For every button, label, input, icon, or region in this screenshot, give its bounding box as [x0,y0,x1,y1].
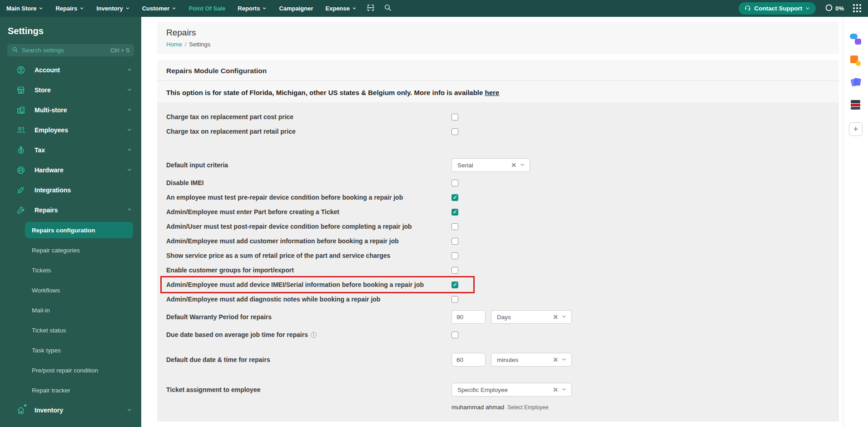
imei-serial-required-checkbox[interactable] [451,281,458,288]
customer-information-checkbox[interactable] [451,238,458,245]
breadcrumb-home-link[interactable]: Home [166,41,182,48]
setting-row-pre-repair-test: An employee must test pre-repair device … [166,190,830,205]
sidebar-item-multi-store[interactable]: Multi-store [0,100,141,120]
setting-row-customer-groups: Enable customer groups for import/export [166,263,830,277]
charge-tax-retail-checkbox[interactable] [451,128,458,135]
chevron-down-icon [127,86,132,94]
ticket-assignment-select[interactable]: Specific Employee ✕ [451,383,572,397]
setting-row-default-input-criteria: Default input criteria Serial ✕ [166,155,830,176]
due-time-unit-select[interactable]: minutes ✕ [491,353,572,367]
clear-icon[interactable]: ✕ [511,161,516,169]
chevron-down-icon [127,66,132,74]
sidebar-item-repairs[interactable]: Repairs [0,200,141,220]
chevron-down-icon [125,5,130,12]
nav-point-of-sale[interactable]: Point Of Sale [188,5,225,12]
headset-icon [744,5,751,12]
chevron-up-icon [127,206,132,214]
nav-campaigner[interactable]: Campaigner [279,5,313,12]
setting-row-warranty-period: Default Warranty Period for repairs 90 D… [166,306,830,327]
barcode-scan-icon[interactable] [367,4,375,14]
breadcrumb-separator: / [185,41,187,48]
sidebar-item-tax[interactable]: Tax [0,140,141,160]
disable-imei-checkbox[interactable] [451,180,458,186]
notice-here-link[interactable]: here [485,89,500,96]
chevron-down-icon [39,5,43,12]
chevron-down-icon [172,5,176,12]
service-price-sum-checkbox[interactable] [451,252,458,259]
settings-rows: Charge tax on replacement part cost pric… [157,102,839,422]
shapes-extension-icon[interactable] [850,55,862,67]
nav-customer[interactable]: Customer [142,5,177,12]
clear-icon[interactable]: ✕ [553,313,558,321]
default-input-criteria-select[interactable]: Serial ✕ [451,158,530,172]
sidebar-subitem-pre-post-repair-condition[interactable]: Pre/post repair condition [0,360,141,380]
stack-extension-icon[interactable] [850,99,862,111]
nav-main-store[interactable]: Main Store [6,5,43,12]
select-employee-link[interactable]: Select Employee [507,404,548,411]
add-extension-button[interactable]: + [849,122,863,136]
sidebar-item-store[interactable]: Store [0,80,141,100]
sidebar-item-hardware[interactable]: Hardware [0,160,141,180]
assigned-employee-name: muhammad ahmad [451,404,504,411]
settings-search-input[interactable]: Search settings Ctrl + S [7,44,134,56]
sidebar-item-employees[interactable]: Employees [0,120,141,140]
chevron-down-icon [127,106,132,114]
nav-inventory[interactable]: Inventory [96,5,130,12]
search-shortcut: Ctrl + S [110,47,129,54]
multi-store-icon [16,105,25,115]
info-icon[interactable]: i [311,332,317,338]
nav-reports[interactable]: Reports [238,5,267,12]
sidebar-item-integrations[interactable]: Integrations [0,180,141,200]
sidebar-subitem-workflows[interactable]: Workflows [0,280,141,300]
sidebar-subitem-ticket-status[interactable]: Ticket status [0,320,141,340]
search-icon[interactable] [384,4,392,13]
integrations-icon [16,186,25,195]
sidebar-item-inventory[interactable]: Inventory [0,400,141,420]
sidebar-subitem-mail-in[interactable]: Mail-in [0,300,141,320]
page-title: Repairs [166,28,830,38]
chevron-down-icon [127,126,132,134]
chevron-down-icon [127,166,132,174]
apps-grid-icon[interactable] [853,4,862,13]
setting-row-disable-imei: Disable IMEI [166,176,830,190]
pre-repair-test-checkbox[interactable] [451,194,458,201]
setting-row-charge-tax-cost: Charge tax on replacement part cost pric… [166,110,830,124]
assignment-employee-line: muhammad ahmad Select Employee [451,404,830,411]
repairs-configuration-card: Repairs Module Configuration This option… [157,60,839,422]
warranty-unit-select[interactable]: Days ✕ [491,310,572,324]
notes-extension-icon[interactable] [850,77,862,89]
chevron-down-icon [127,406,132,414]
sidebar-subitem-repair-categories[interactable]: Repair categories [0,240,141,260]
right-extensions-strip: + [843,17,868,427]
due-date-average-checkbox[interactable] [451,332,458,338]
setting-row-default-due-date: Default due date & time for repairs 60 m… [166,349,830,370]
nav-expense[interactable]: Expense [326,5,357,12]
warranty-period-input[interactable]: 90 [451,310,486,324]
sidebar-subitem-task-types[interactable]: Task types [0,340,141,360]
repairs-icon [16,206,25,215]
chat-extension-icon[interactable] [850,33,862,45]
setting-row-service-price-sum: Show service price as a sum of retail pr… [166,248,830,263]
sidebar-subitem-repairs-configuration[interactable]: Repairs configuration [0,220,141,240]
nav-repairs[interactable]: Repairs [55,5,84,12]
page-header-card: Repairs Home / Settings [157,22,839,54]
charge-tax-cost-checkbox[interactable] [451,114,458,121]
due-time-input[interactable]: 60 [451,353,486,367]
storage-usage-indicator[interactable]: 0% [825,4,844,13]
customer-groups-checkbox[interactable] [451,267,458,274]
tax-icon [16,146,25,155]
enter-part-checkbox[interactable] [451,209,458,216]
contact-support-button[interactable]: Contact Support [739,2,816,15]
chevron-down-icon [352,5,357,12]
sidebar-item-account[interactable]: Account [0,60,141,80]
sidebar-subitem-tickets[interactable]: Tickets [0,260,141,280]
sidebar-subitem-repair-tracker[interactable]: Repair tracker [0,380,141,400]
top-navigation-bar: Main Store Repairs Inventory Customer Po… [0,0,868,17]
post-repair-test-checkbox[interactable] [451,223,458,230]
store-icon [16,85,25,95]
clear-icon[interactable]: ✕ [553,386,558,393]
diagnostic-notes-checkbox[interactable] [451,296,458,303]
clear-icon[interactable]: ✕ [553,356,558,363]
search-icon [12,46,18,55]
active-item-pill: Repairs configuration [25,222,133,238]
